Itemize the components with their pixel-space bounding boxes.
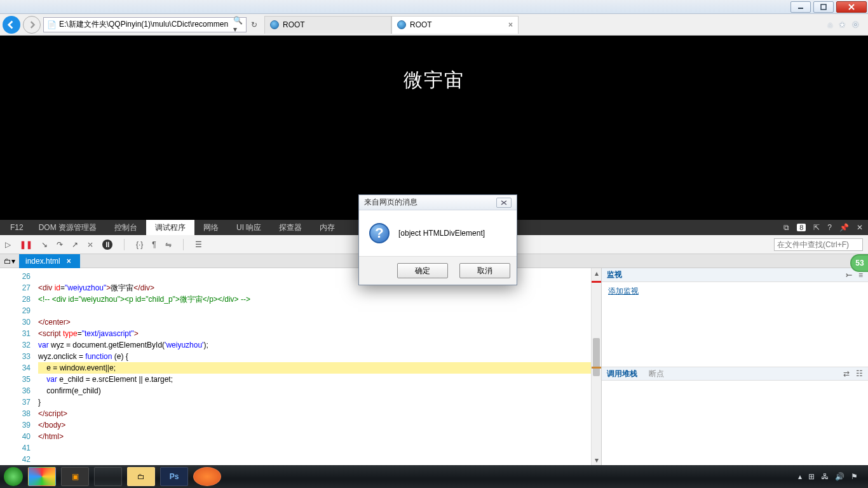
add-watch-link[interactable]: 添加监视 [608,287,639,295]
confirm-dialog: 来自网页的消息 ? [object HTMLDivElement] 确定 取消 [358,194,517,285]
chrome-tools: ⌂ ★ ⚙ [828,20,865,29]
taskbar-ie[interactable] [94,467,122,486]
bracket-icon[interactable]: {·} [136,240,143,249]
file-name: index.html [25,257,60,266]
watch-title: 监视 [607,269,622,280]
cancel-button[interactable]: 取消 [459,263,510,278]
help-icon[interactable]: ? [827,223,832,232]
file-tab-close-icon[interactable]: × [67,257,71,266]
extension-badge[interactable]: 53 [850,254,868,272]
tray-network-icon[interactable]: 🖧 [821,472,829,481]
scroll-down-icon[interactable]: ▾ [592,455,601,465]
taskbar-sublime[interactable]: ▣ [61,467,89,486]
tray-grid-icon[interactable]: ⊞ [808,472,815,481]
watch-panel-body[interactable]: 添加监视 [602,282,868,367]
ie-icon [397,20,406,29]
start-button[interactable] [4,467,23,486]
search-dropdown-icon[interactable]: 🔍▾ [233,20,243,30]
refresh-button[interactable]: ↻ [249,20,259,30]
step-over-icon[interactable]: ↷ [57,240,63,249]
taskbar-firefox[interactable] [193,467,221,486]
devtools-close-icon[interactable]: ✕ [857,223,863,232]
find-in-files-input[interactable] [774,238,863,251]
breakpoints-tab[interactable]: 断点 [649,369,664,379]
browser-tab-2[interactable]: ROOT × [391,16,519,34]
window-titlebar [0,0,868,14]
emulation-icon[interactable]: ⧉ [783,223,789,232]
error-count[interactable]: 8 [797,224,806,231]
toggle-icon[interactable]: ⇋ [165,240,172,249]
vertical-scrollbar[interactable]: ▴ ▾ [591,268,601,465]
taskbar-explorer[interactable]: 🗀 [127,467,155,486]
ide-area: 2627282930313233343536373839404142 <div … [0,268,868,465]
windows-taskbar: ▣ 🗀 Ps ▴ ⊞ 🖧 🔊 ⚑ [0,465,868,488]
continue-button[interactable]: ▷ [5,240,11,249]
tab-strip: ROOT ROOT × [264,16,519,34]
popout-icon[interactable]: ⇱ [813,223,820,232]
page-title[interactable]: 微宇宙 [403,67,465,93]
forward-button[interactable] [23,16,41,34]
tab-close-icon[interactable]: × [508,20,513,29]
callstack-panel-body[interactable] [602,381,868,465]
browser-navbar: 📄 🔍▾ ↻ ROOT ROOT × ⌂ ★ ⚙ [0,14,868,36]
back-button[interactable] [3,16,20,34]
tab-title: ROOT [283,20,305,29]
tray-volume-icon[interactable]: 🔊 [835,472,844,481]
ok-button[interactable]: 确定 [397,263,448,278]
maximize-button[interactable] [813,1,834,13]
devtab-uiresp[interactable]: UI 响应 [227,220,270,235]
devtab-profiler[interactable]: 探查器 [270,220,311,235]
callstack-tool-icon[interactable]: ⇄ [843,369,850,378]
file-icon: 📄 [46,20,57,30]
question-icon: ? [369,223,390,243]
watch-panel-header[interactable]: 监视 ⤚≡ [602,268,868,282]
scroll-up-icon[interactable]: ▴ [592,268,601,278]
tab-title: ROOT [410,20,432,29]
dialog-close-icon[interactable] [496,198,512,208]
scroll-thumb[interactable] [593,338,600,376]
devtab-network[interactable]: 网络 [194,220,227,235]
devtab-debugger[interactable]: 调试程序 [146,220,194,235]
callstack-settings-icon[interactable]: ☷ [856,369,863,378]
settings-icon[interactable]: ☰ [195,240,202,249]
f12-label: F12 [4,223,30,232]
callstack-tab[interactable]: 调用堆栈 [607,369,637,379]
line-gutter[interactable]: 2627282930313233343536373839404142 [9,268,34,465]
pin-icon[interactable]: 📌 [839,223,849,232]
minimize-button[interactable] [790,1,811,13]
close-button[interactable] [836,1,867,13]
step-out-icon[interactable]: ↗ [72,240,78,249]
break-exception-icon[interactable]: ⤫ [87,240,93,249]
devtab-memory[interactable]: 内存 [311,220,344,235]
debugger-side-panel: 监视 ⤚≡ 添加监视 调用堆栈 断点 ⇄☷ [601,268,868,465]
step-in-icon[interactable]: ↘ [41,240,48,249]
url-input[interactable] [59,20,231,29]
code-editor[interactable]: 2627282930313233343536373839404142 <div … [0,268,601,465]
browser-tab-1[interactable]: ROOT [264,16,391,34]
svg-rect-1 [821,4,826,10]
dialog-message: [object HTMLDivElement] [398,229,485,238]
open-file-icon[interactable]: 🗀▾ [0,257,19,266]
file-tab-active[interactable]: index.html × [19,254,80,268]
pause-button[interactable]: ❚❚ [20,240,32,249]
home-icon[interactable]: ⌂ [828,20,832,29]
tray-chevron-icon[interactable]: ▴ [798,472,802,481]
add-watch-icon[interactable]: ⤚ [846,271,852,280]
taskbar-photoshop[interactable]: Ps [160,467,188,486]
break-new-worker-icon[interactable]: ⏸ [102,240,112,250]
dialog-titlebar[interactable]: 来自网页的消息 [359,195,517,210]
dialog-title: 来自网页的消息 [364,197,417,208]
favorites-icon[interactable]: ★ [839,20,846,29]
callstack-panel-header: 调用堆栈 断点 ⇄☷ [602,367,868,381]
devtab-dom[interactable]: DOM 资源管理器 [30,220,105,235]
tray-action-icon[interactable]: ⚑ [851,472,858,481]
address-bar[interactable]: 📄 🔍▾ [43,17,247,32]
devtab-console[interactable]: 控制台 [105,220,146,235]
ie-icon [270,20,279,29]
scroll-marker-breakpoint [592,281,601,283]
wordwrap-icon[interactable]: ¶ [152,240,156,249]
taskbar-app-1[interactable] [28,467,56,486]
system-tray[interactable]: ▴ ⊞ 🖧 🔊 ⚑ [798,472,864,481]
tools-icon[interactable]: ⚙ [852,20,859,29]
code-content[interactable]: <div id="weiyuzhou">微宇宙</div><!-- <div i… [34,268,591,465]
